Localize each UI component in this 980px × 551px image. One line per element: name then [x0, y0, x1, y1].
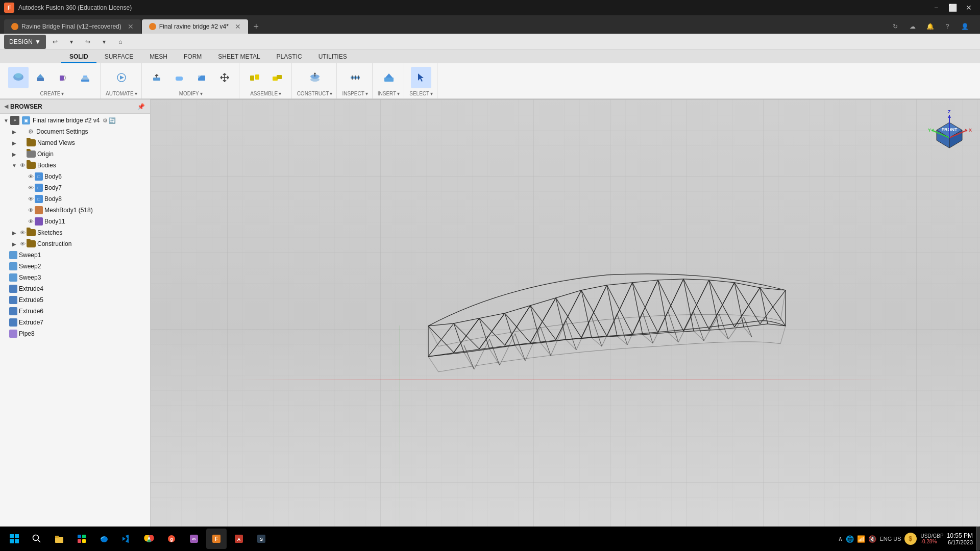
meshbody1-eye[interactable]: 👁 — [27, 206, 35, 214]
store-button[interactable] — [71, 529, 92, 549]
tab-1[interactable]: Ravine Bridge Final (v12~recovered) ✕ — [4, 19, 141, 34]
tab-2[interactable]: Final ravine bridge #2 v4* ✕ — [142, 19, 248, 34]
body7-eye[interactable]: 👁 — [27, 184, 35, 192]
select-label[interactable]: SELECT ▾ — [409, 91, 433, 96]
modify-label[interactable]: MODIFY ▾ — [179, 91, 203, 96]
tree-extrude4[interactable]: Extrude4 — [0, 283, 150, 294]
tree-extrude7[interactable]: Extrude7 — [0, 317, 150, 328]
undo-button[interactable]: ↩ — [48, 35, 62, 49]
notification-button[interactable]: 🔔 — [923, 19, 937, 34]
construction-eye[interactable]: 👁 — [18, 240, 27, 248]
tree-sweep3[interactable]: Sweep3 — [0, 272, 150, 283]
tab-1-close[interactable]: ✕ — [128, 23, 134, 30]
tab-2-close[interactable]: ✕ — [235, 23, 241, 30]
origin-expand[interactable]: ▶ — [10, 150, 18, 158]
clock[interactable]: 10:55 PM 6/17/2023 — [947, 532, 973, 545]
network-icon[interactable]: 🌐 — [846, 535, 854, 543]
tree-extrude6[interactable]: Extrude6 — [0, 306, 150, 317]
close-button[interactable]: ✕ — [962, 3, 976, 13]
create-label[interactable]: CREATE ▾ — [40, 91, 64, 96]
tool-move[interactable] — [214, 67, 235, 88]
doc-settings-expand[interactable]: ▶ — [10, 128, 18, 136]
tree-body8[interactable]: ▶ 👁 □ Body8 — [0, 193, 150, 205]
speaker-icon[interactable]: 🔇 — [868, 535, 876, 543]
design-dropdown[interactable]: DESIGN ▼ — [4, 35, 46, 49]
file-explorer-button[interactable] — [49, 529, 69, 549]
tree-pipe8[interactable]: Pipe8 — [0, 328, 150, 339]
tool-measure[interactable] — [345, 67, 365, 88]
viewport[interactable]: FRONT X Y Z — [151, 99, 980, 551]
tool-revolve[interactable] — [53, 67, 74, 88]
maximize-button[interactable]: ⬜ — [945, 3, 960, 13]
fusion360-button[interactable]: F — [206, 529, 227, 549]
sketches-expand[interactable]: ▶ — [10, 229, 18, 237]
tree-construction[interactable]: ▶ 👁 Construction — [0, 238, 150, 249]
help-button[interactable]: ? — [940, 19, 954, 34]
currency-display[interactable]: $ — [904, 533, 917, 545]
chrome-button[interactable] — [139, 529, 159, 549]
tree-sweep2[interactable]: Sweep2 — [0, 261, 150, 272]
app9-button[interactable]: ∞ — [184, 529, 204, 549]
tool-select[interactable] — [411, 67, 431, 88]
tool-chamfer[interactable] — [192, 67, 212, 88]
new-tab-button[interactable]: + — [249, 19, 263, 34]
construct-label[interactable]: CONSTRUCT ▾ — [297, 91, 333, 96]
lock-icon-sm[interactable]: 🔄 — [109, 117, 116, 124]
browser-pin[interactable]: 📌 — [136, 102, 146, 112]
automate-label[interactable]: AUTOMATE ▾ — [106, 91, 137, 96]
tool-assemble2[interactable] — [267, 67, 287, 88]
assemble-label[interactable]: ASSEMBLE ▾ — [250, 91, 281, 96]
tab-mesh[interactable]: MESH — [141, 51, 176, 63]
construction-expand[interactable]: ▶ — [10, 240, 18, 248]
bodies-expand[interactable]: ▼ — [10, 161, 18, 169]
refresh-button[interactable]: ↻ — [888, 19, 902, 34]
root-expand[interactable]: ▼ — [2, 116, 10, 124]
undo-arrow[interactable]: ▾ — [64, 35, 79, 49]
tree-bodies[interactable]: ▼ 👁 Bodies — [0, 160, 150, 171]
tab-surface[interactable]: SURFACE — [96, 51, 142, 63]
inspect-label[interactable]: INSPECT ▾ — [342, 91, 368, 96]
start-button[interactable] — [4, 529, 24, 549]
browser-collapse[interactable]: ◀ — [4, 103, 8, 110]
named-views-expand[interactable]: ▶ — [10, 139, 18, 147]
tab-utilities[interactable]: UTILITIES — [310, 51, 355, 63]
tab-form[interactable]: FORM — [176, 51, 210, 63]
tool-press-pull[interactable] — [147, 67, 167, 88]
app11-button[interactable]: A — [229, 529, 249, 549]
up-arrow-icon[interactable]: ∧ — [838, 535, 843, 542]
tool-loft[interactable] — [76, 67, 96, 88]
tool-offset-plane[interactable] — [305, 67, 325, 88]
keyboard-icon[interactable]: ENG US — [879, 536, 901, 542]
tab-solid[interactable]: SOLID — [61, 51, 96, 63]
insert-label[interactable]: INSERT ▾ — [378, 91, 400, 96]
settings-icon-sm[interactable]: ⚙ — [103, 117, 108, 124]
axis-cube[interactable]: FRONT X Y Z — [924, 105, 975, 156]
body8-eye[interactable]: 👁 — [27, 195, 35, 203]
show-desktop-button[interactable] — [976, 527, 980, 551]
tree-body6[interactable]: ▶ 👁 □ Body6 — [0, 171, 150, 182]
minimize-button[interactable]: − — [929, 3, 943, 13]
tab-sheetmetal[interactable]: SHEET METAL — [210, 51, 268, 63]
app12-button[interactable]: S — [251, 529, 272, 549]
tree-root[interactable]: ▼ F ▣ Final ravine bridge #2 v4 ⚙ 🔄 — [0, 115, 150, 126]
cloud-button[interactable]: ☁ — [905, 19, 920, 34]
tab-plastic[interactable]: PLASTIC — [268, 51, 310, 63]
edge-button[interactable] — [94, 529, 114, 549]
git-button[interactable]: g — [161, 529, 182, 549]
home-button[interactable]: ⌂ — [113, 35, 128, 49]
tree-body11[interactable]: ▶ 👁 Body11 — [0, 216, 150, 227]
body6-eye[interactable]: 👁 — [27, 172, 35, 181]
body11-eye[interactable]: 👁 — [27, 217, 35, 226]
vscode-button[interactable] — [116, 529, 137, 549]
tool-automate1[interactable] — [111, 67, 132, 88]
tree-doc-settings[interactable]: ▶ ⚙ Document Settings — [0, 126, 150, 137]
tool-joint[interactable] — [244, 67, 265, 88]
tool-fillet[interactable] — [169, 67, 190, 88]
tool-new-component[interactable] — [8, 67, 29, 88]
wifi-icon[interactable]: 📶 — [857, 535, 865, 543]
tree-sketches[interactable]: ▶ 👁 Sketches — [0, 227, 150, 238]
redo-button[interactable]: ↪ — [81, 35, 95, 49]
search-taskbar-button[interactable] — [27, 529, 47, 549]
tree-named-views[interactable]: ▶ Named Views — [0, 137, 150, 148]
tool-extrude[interactable] — [31, 67, 51, 88]
